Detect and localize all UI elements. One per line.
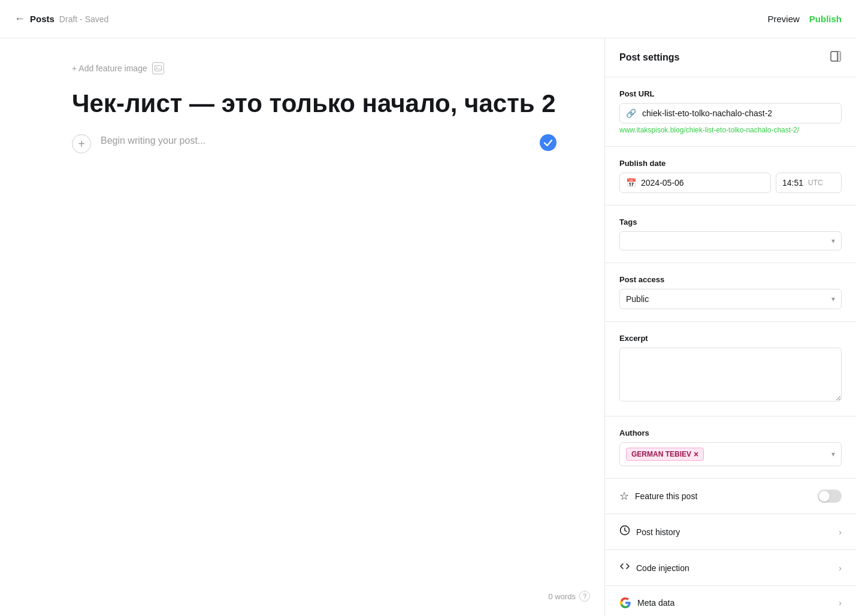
tags-chevron-icon: ▾	[831, 237, 835, 245]
add-block-button[interactable]: +	[72, 134, 91, 153]
timezone-label: UTC	[808, 179, 823, 187]
author-tag: GERMAN TEBIEV ×	[626, 448, 704, 461]
topbar-left: ← Posts Draft - Saved	[14, 13, 108, 25]
tags-label: Tags	[619, 218, 842, 227]
main-layout: + Add feature image Чек-лист — это тольк…	[0, 38, 856, 616]
check-icon	[540, 134, 556, 151]
time-value: 14:51	[782, 178, 803, 188]
help-icon[interactable]: ?	[579, 591, 590, 602]
add-feature-image-button[interactable]: + Add feature image	[72, 62, 556, 74]
post-history-chevron-icon: ›	[839, 527, 842, 537]
svg-rect-0	[155, 66, 161, 71]
calendar-icon: 📅	[626, 178, 636, 188]
feature-post-label: Feature this post	[635, 491, 697, 501]
authors-section: Authors GERMAN TEBIEV × ▾	[605, 416, 856, 479]
authors-select[interactable]: GERMAN TEBIEV × ▾	[619, 442, 842, 466]
meta-data-left: Meta data	[619, 597, 674, 609]
time-input[interactable]: 14:51 UTC	[776, 173, 842, 193]
code-injection-row[interactable]: Code injection ›	[605, 550, 856, 586]
add-feature-image-label: + Add feature image	[72, 64, 147, 73]
post-access-section: Post access Public ▾	[605, 263, 856, 322]
svg-point-1	[156, 67, 157, 68]
star-icon: ☆	[619, 490, 629, 503]
word-count: 0 words ?	[548, 591, 590, 602]
excerpt-textarea[interactable]	[619, 348, 842, 401]
toggle-knob	[819, 491, 830, 502]
post-access-chevron-icon: ▾	[831, 295, 835, 303]
posts-link[interactable]: Posts	[30, 14, 55, 24]
authors-chevron-icon: ▾	[831, 450, 835, 458]
code-injection-label: Code injection	[636, 563, 689, 573]
publish-date-section: Publish date 📅 2024-05-06 14:51 UTC	[605, 147, 856, 206]
sidebar-collapse-button[interactable]	[830, 50, 842, 65]
excerpt-section: Excerpt	[605, 322, 856, 416]
publish-date-row: 📅 2024-05-06 14:51 UTC	[619, 173, 842, 193]
tags-section: Tags ▾	[605, 206, 856, 263]
preview-button[interactable]: Preview	[767, 14, 799, 24]
publish-date-label: Publish date	[619, 159, 842, 168]
date-input[interactable]: 📅 2024-05-06	[619, 173, 771, 193]
post-url-label: Post URL	[619, 89, 842, 98]
excerpt-label: Excerpt	[619, 334, 842, 343]
publish-button[interactable]: Publish	[809, 14, 842, 24]
code-injection-icon	[619, 561, 630, 575]
sidebar-title: Post settings	[619, 52, 679, 63]
google-icon	[619, 597, 631, 609]
meta-data-chevron-icon: ›	[839, 598, 842, 608]
post-access-value: Public	[626, 294, 649, 304]
editor-body-row: + Begin writing your post...	[72, 133, 556, 153]
tags-select[interactable]: ▾	[619, 231, 842, 250]
post-access-select[interactable]: Public ▾	[619, 289, 842, 309]
draft-status: Draft - Saved	[59, 14, 108, 24]
post-title[interactable]: Чек-лист — это только начало, часть 2	[72, 89, 556, 119]
post-body-input[interactable]: Begin writing your post...	[101, 133, 530, 146]
author-name: GERMAN TEBIEV	[631, 450, 691, 458]
url-input[interactable]	[642, 104, 841, 123]
url-hint: www.itakspisok.blog/chiek-list-eto-tolko…	[619, 126, 842, 134]
url-input-wrapper: 🔗	[619, 103, 842, 123]
feature-post-row: ☆ Feature this post	[605, 479, 856, 514]
editor-area: + Add feature image Чек-лист — это тольк…	[0, 38, 604, 616]
post-history-label: Post history	[636, 527, 680, 537]
meta-data-label: Meta data	[637, 598, 674, 608]
post-history-row[interactable]: Post history ›	[605, 514, 856, 550]
code-injection-chevron-icon: ›	[839, 563, 842, 573]
feature-post-toggle[interactable]	[818, 490, 842, 503]
post-url-section: Post URL 🔗 www.itakspisok.blog/chiek-lis…	[605, 77, 856, 147]
date-value: 2024-05-06	[641, 178, 684, 188]
topbar: ← Posts Draft - Saved Preview Publish	[0, 0, 856, 38]
post-access-label: Post access	[619, 275, 842, 284]
author-remove-button[interactable]: ×	[694, 449, 698, 459]
sidebar-header: Post settings	[605, 38, 856, 77]
post-history-left: Post history	[619, 525, 680, 539]
authors-label: Authors	[619, 428, 842, 437]
topbar-right: Preview Publish	[767, 14, 842, 24]
history-icon	[619, 525, 630, 539]
back-arrow-icon[interactable]: ←	[14, 13, 25, 25]
meta-data-row[interactable]: Meta data ›	[605, 586, 856, 616]
sidebar: Post settings Post URL 🔗 www.itakspisok.…	[604, 38, 856, 616]
code-injection-left: Code injection	[619, 561, 689, 575]
link-icon: 🔗	[620, 104, 642, 123]
image-icon	[152, 62, 164, 74]
feature-post-left: ☆ Feature this post	[619, 490, 697, 503]
